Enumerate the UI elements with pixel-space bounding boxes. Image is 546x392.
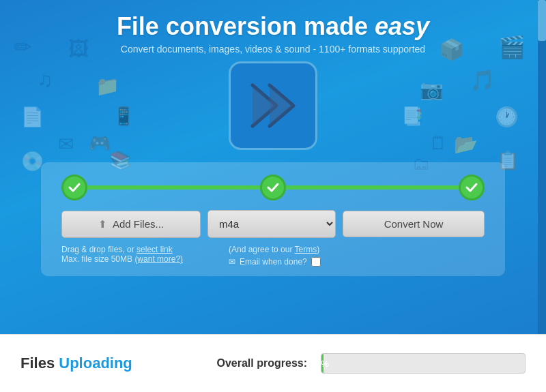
terms-line: (And agree to our Terms) (229, 245, 485, 254)
progress-bar-fill: 1% (321, 354, 324, 373)
bg-icon-clock: 🕐 (495, 106, 519, 128)
step-3-check-icon (465, 181, 478, 194)
scrollbar-thumb[interactable] (538, 0, 546, 41)
bg-icon-phone: 📱 (113, 106, 134, 127)
info-area: Drag & drop files, or select link Max. f… (61, 245, 485, 267)
progress-bar-container: 1% (321, 353, 526, 374)
overall-progress-label: Overall progress: (217, 357, 308, 370)
select-link[interactable]: select link (136, 245, 173, 254)
bg-icon-camera: 📷 (420, 78, 444, 101)
email-when-done-label: Email when done? (240, 257, 307, 267)
want-more-link[interactable]: (want more?) (134, 254, 183, 264)
terms-link[interactable]: Terms (295, 245, 317, 254)
bg-icon-video: 🎬 (498, 34, 526, 60)
main-title: File conversion made easy (117, 12, 429, 41)
convert-now-label: Convert Now (384, 218, 444, 230)
title-easy: easy (375, 12, 429, 40)
bg-icon-music: ♫ (38, 68, 53, 91)
step-1-circle (61, 175, 87, 200)
drag-drop-text: Drag & drop files, or (61, 245, 136, 254)
max-size-text: Max. file size 50MB (61, 254, 134, 264)
add-files-button[interactable]: ⬆ Add Files... (61, 211, 201, 238)
title-file: File (117, 12, 166, 40)
app-logo (229, 61, 317, 150)
drag-drop-info: Drag & drop files, or select link Max. f… (61, 245, 215, 267)
bg-icon-image: 🖼 (68, 37, 89, 61)
bg-icon-note: 🗒 (429, 133, 447, 154)
top-section: ✏ ♫ 🖼 📄 ✉ 📁 💿 🎮 📱 📚 🎬 🎵 📦 🕐 📂 📷 📋 🗒 📑 🗂 … (0, 0, 546, 334)
files-label: Files (20, 355, 55, 372)
bottom-title: Files Uploading (20, 355, 132, 372)
format-select[interactable]: m4a mp3 mp4 avi flac wav aac (207, 210, 336, 238)
email-row: ✉ Email when done? (229, 257, 485, 267)
convert-now-button[interactable]: Convert Now (343, 211, 485, 237)
email-checkbox[interactable] (311, 257, 321, 267)
bottom-section: Files Uploading Overall progress: 1% (0, 334, 546, 392)
bg-icon-folder: 📁 (96, 75, 119, 97)
convert-panel: ⬆ Add Files... m4a mp3 mp4 avi flac wav … (41, 162, 505, 276)
step-line-2 (285, 185, 460, 190)
logo-svg (239, 78, 307, 133)
steps-row (61, 175, 485, 200)
bg-icon-doc1: 📄 (20, 106, 44, 128)
step-3-circle (459, 175, 485, 200)
step-2-circle (260, 175, 286, 200)
terms-email-info: (And agree to our Terms) ✉ Email when do… (222, 245, 485, 267)
agree-prefix: (And agree to our (229, 245, 295, 254)
agree-suffix: ) (317, 245, 319, 254)
scrollbar[interactable] (538, 0, 546, 334)
step-line-1 (86, 185, 261, 190)
step-1-check-icon (68, 181, 81, 194)
add-files-label: Add Files... (113, 218, 164, 230)
title-made: made (297, 12, 375, 40)
uploading-label: Uploading (59, 355, 132, 372)
bg-icon-copy: 📑 (401, 106, 423, 127)
bg-icon-archive: 📦 (439, 37, 464, 61)
step-2-check-icon (266, 181, 280, 194)
bg-icon-pencil: ✏ (14, 34, 32, 60)
progress-percent: 1% (321, 359, 332, 369)
bg-icon-mail: ✉ (58, 133, 74, 155)
bg-icon-folder2: 📂 (454, 133, 478, 155)
bg-icon-gamepad: 🎮 (89, 133, 111, 154)
bg-icon-audio: 🎵 (470, 68, 495, 92)
subtitle: Convert documents, images, videos & soun… (117, 44, 429, 55)
action-row: ⬆ Add Files... m4a mp3 mp4 avi flac wav … (61, 210, 485, 238)
title-area: File conversion made easy Convert docume… (117, 12, 429, 55)
svg-marker-1 (270, 87, 292, 125)
upload-icon: ⬆ (98, 218, 107, 230)
email-icon: ✉ (229, 257, 235, 267)
title-conversion: conversion (166, 12, 297, 40)
